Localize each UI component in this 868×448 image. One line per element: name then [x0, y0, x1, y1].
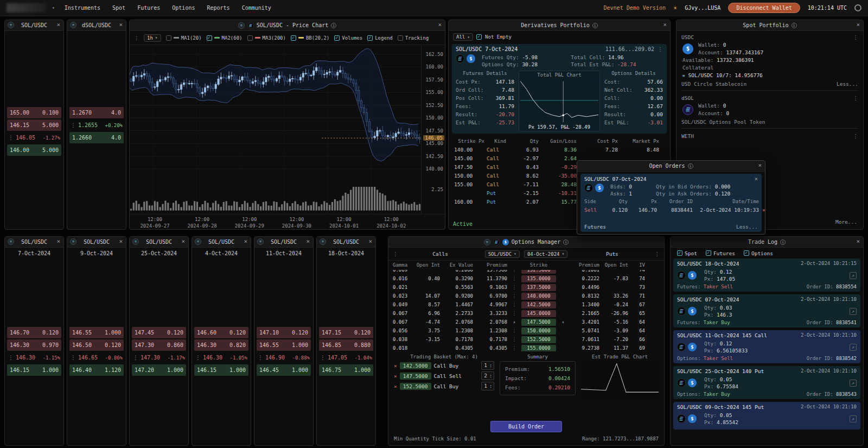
stepper-arrows-icon[interactable]: ▴▾: [490, 374, 492, 378]
chart-menu-icon[interactable]: ≡: [238, 22, 245, 29]
row-menu-icon[interactable]: [511, 270, 518, 274]
ask-row[interactable]: 146.300.970: [7, 339, 61, 351]
ask-row[interactable]: 147.100.120: [257, 327, 311, 338]
checkbox-icon[interactable]: [291, 35, 296, 41]
checkbox-icon[interactable]: [207, 35, 212, 41]
chevron-down-icon[interactable]: ▾: [52, 5, 55, 10]
trade-entry[interactable]: SOL/USDC 18-Oct-2024 2-Oct-2024 10:21:15…: [673, 258, 860, 292]
trade-entry[interactable]: SOL/USDC 09-Oct-2024 145 Put 2-Oct-2024 …: [673, 402, 860, 430]
checkbox-icon[interactable]: [367, 35, 373, 41]
ask-row[interactable]: 146.551.000: [257, 339, 311, 351]
less-link[interactable]: Less...: [736, 224, 758, 230]
bid-row[interactable]: 147.201.000: [132, 364, 186, 376]
row-menu-icon[interactable]: ⋮: [71, 355, 76, 361]
strike-badge[interactable]: 145.0000: [521, 310, 556, 317]
candlestick-chart[interactable]: [130, 45, 421, 214]
wallet-address[interactable]: GJvy...LUSA: [685, 5, 720, 11]
section-menu-icon[interactable]: ⋮: [853, 133, 859, 139]
close-icon[interactable]: ×: [663, 22, 667, 28]
panel-menu-icon[interactable]: ≡: [484, 239, 490, 245]
mid-price-row[interactable]: ⋮1.2655+0.20%: [69, 119, 124, 131]
market-menu-icon[interactable]: ≡: [8, 238, 14, 245]
row-menu-icon[interactable]: ⋮: [133, 355, 138, 361]
total-pnl-chart[interactable]: Total P&L Chart Px 159.57, P&L -28.49: [519, 71, 600, 131]
market-menu-icon[interactable]: ≡: [70, 22, 76, 28]
bid-row[interactable]: 146.005.000: [7, 144, 61, 156]
trade-entry[interactable]: SOL/USDC 25-Oct-2024 140 Put 2-Oct-2024 …: [673, 366, 860, 399]
row-menu-icon[interactable]: [511, 274, 518, 283]
trade-entry[interactable]: SOL/USDC 07-Oct-2024 2-Oct-2024 10:21:10…: [673, 294, 860, 327]
bid-row[interactable]: 146.151.000: [7, 364, 61, 376]
row-menu-icon[interactable]: [511, 326, 518, 335]
mid-price-row[interactable]: ⋮147.30-1.17%: [132, 352, 186, 363]
close-icon[interactable]: ×: [438, 22, 442, 28]
ask-row[interactable]: 146.850.880: [319, 339, 373, 351]
chart-toggle[interactable]: Volumes: [334, 35, 362, 41]
checkbox-icon[interactable]: [166, 35, 171, 41]
checkbox-icon[interactable]: [677, 250, 682, 256]
info-icon[interactable]: i: [792, 23, 797, 28]
option-chain-row[interactable]: 0.067 6.96 2.2733 3.3233 145.0000 2.1665…: [388, 309, 664, 318]
market-select[interactable]: SOL/USDC▾: [485, 250, 520, 258]
strike-badge[interactable]: 150.0000: [521, 327, 556, 335]
option-chain-row[interactable]: 0.009 0.2068 13.7568 132.5000 0.1081 74: [388, 270, 664, 274]
row-menu-icon[interactable]: [511, 309, 518, 318]
row-menu-icon[interactable]: [511, 283, 518, 292]
collateral-menu-icon[interactable]: ≡: [682, 73, 685, 78]
row-menu-icon[interactable]: ⋮: [320, 355, 326, 361]
option-chain-row[interactable]: 0.049 8.57 1.4467 4.9967 142.5000 1.3400…: [388, 300, 664, 309]
option-chain-row[interactable]: 0.056 3.75 1.2308 1.2308 150.0000 5.0741…: [388, 326, 664, 335]
indicator-toggle[interactable]: MA3(200): [247, 35, 286, 41]
trade-filter[interactable]: Futures: [706, 250, 735, 256]
expiry-select[interactable]: 04-Oct-2024▾: [524, 250, 567, 258]
external-link-icon[interactable]: ↗: [850, 272, 857, 279]
ask-row[interactable]: 146.700.120: [7, 327, 61, 338]
ask-row[interactable]: 147.300.860: [132, 339, 186, 351]
mid-price-row[interactable]: ⋮146.65-0.86%: [69, 352, 124, 363]
trade-entry[interactable]: SOL/USDC 11-Oct-2024 145 Call 2-Oct-2024…: [673, 330, 860, 363]
theme-sun-icon[interactable]: ☀: [673, 4, 677, 12]
option-chain-row[interactable]: 0.067 -4.74 2.0768 2.0768 147.5000 3.420…: [388, 318, 664, 326]
filter-select[interactable]: All▾: [453, 33, 473, 41]
strike-badge[interactable]: 140.0000: [521, 293, 556, 300]
remove-leg-icon[interactable]: ×: [394, 373, 397, 379]
row-menu-icon[interactable]: ⋮: [8, 135, 14, 141]
checkbox-icon[interactable]: [706, 250, 711, 256]
more-link[interactable]: More...: [835, 219, 857, 225]
position-row[interactable]: 140.00 Call 6.93 8.36 7.28 8.48: [449, 146, 670, 154]
mid-price-row[interactable]: ⋮147.05-1.04%: [319, 352, 373, 363]
ask-row[interactable]: 146.500.120: [69, 339, 124, 351]
quantity-stepper[interactable]: 1▴▾: [481, 382, 494, 390]
option-chain-row[interactable]: 0.023 14.07 0.9200 6.9700 140.0000 0.813…: [388, 292, 664, 300]
external-link-icon[interactable]: ↗: [850, 308, 857, 315]
ask-row[interactable]: 146.155.000: [7, 119, 61, 131]
remove-leg-icon[interactable]: ×: [394, 383, 397, 389]
indicator-toggle[interactable]: MA2(60): [207, 35, 242, 41]
trade-filter[interactable]: Spot: [677, 250, 697, 256]
ask-row[interactable]: 146.300.820: [194, 339, 248, 351]
info-icon[interactable]: i: [688, 163, 693, 169]
info-icon[interactable]: i: [563, 239, 569, 245]
option-chain-row[interactable]: 0.038 -3.15 0.7178 0.7178 152.5000 7.061…: [388, 335, 664, 344]
strike-badge[interactable]: 152.5000: [521, 336, 556, 343]
bid-row[interactable]: 146.151.000: [194, 364, 248, 376]
market-menu-icon[interactable]: ≡: [257, 238, 264, 245]
info-icon[interactable]: i: [780, 239, 786, 245]
nav-item[interactable]: Futures: [137, 5, 160, 11]
ask-row[interactable]: 147.150.120: [319, 327, 373, 338]
row-menu-icon[interactable]: [511, 292, 518, 300]
close-icon[interactable]: ×: [306, 238, 310, 244]
nav-item[interactable]: Community: [242, 5, 271, 11]
indicator-toggle[interactable]: MA1(20): [166, 35, 202, 41]
nav-item[interactable]: Instruments: [65, 5, 100, 11]
market-menu-icon[interactable]: ≡: [8, 22, 14, 28]
remove-leg-icon[interactable]: ×: [394, 363, 397, 369]
ask-row[interactable]: 147.450.120: [132, 327, 186, 338]
strike-badge[interactable]: 147.5000: [521, 319, 556, 326]
section-menu-icon[interactable]: ⋮: [853, 95, 859, 101]
bid-row[interactable]: 1.26604.0: [69, 132, 124, 143]
strike-badge[interactable]: 142.5000: [521, 301, 556, 308]
derivatives-market-card[interactable]: SOL/USDC 7-Oct-2024 111.66...209.02 ⋮ $ …: [452, 44, 667, 134]
chart-toggle[interactable]: Tracking: [398, 35, 429, 41]
close-icon[interactable]: ×: [244, 238, 247, 244]
